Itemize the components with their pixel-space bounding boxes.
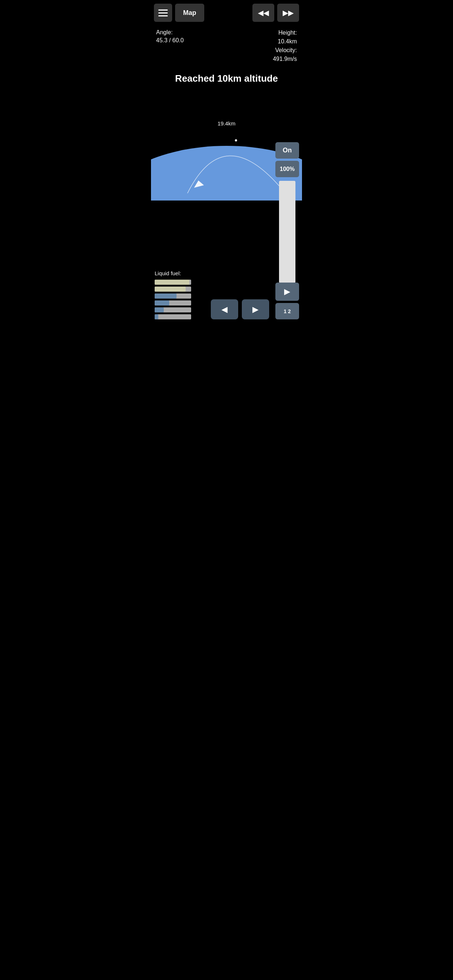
fuel-bar-row-5 bbox=[155, 307, 191, 312]
nav-forward-icon: ▶ bbox=[252, 305, 258, 314]
fuel-bar-bg-5 bbox=[155, 307, 191, 312]
nav-buttons: ◀ ▶ bbox=[211, 299, 269, 320]
fuel-bar-fill-2 bbox=[155, 286, 186, 292]
velocity-value: 491.9m/s bbox=[273, 55, 297, 64]
stats-right: Height: 10.4km Velocity: 491.9m/s bbox=[273, 29, 297, 64]
menu-line-3 bbox=[158, 15, 168, 16]
fuel-label: Liquid fuel: bbox=[155, 270, 191, 276]
fuel-bar-row-2 bbox=[155, 286, 191, 292]
top-left-buttons: Map bbox=[154, 4, 204, 22]
menu-line-2 bbox=[158, 13, 168, 13]
height-label: Height: bbox=[273, 29, 297, 37]
top-right-buttons: ◀◀ ▶▶ bbox=[252, 4, 299, 22]
height-value: 10.4km bbox=[273, 37, 297, 46]
rewind-icon: ◀◀ bbox=[258, 8, 269, 17]
throttle-handle bbox=[279, 181, 295, 283]
bottom-controls: Liquid fuel: bbox=[151, 270, 273, 320]
rewind-button[interactable]: ◀◀ bbox=[252, 4, 274, 22]
fuel-bars: Liquid fuel: bbox=[155, 270, 191, 320]
stats-left: Angle: 45.3 / 60.0 bbox=[156, 29, 184, 45]
fuel-bar-row-3 bbox=[155, 293, 191, 299]
throttle-percent-button[interactable]: 100% bbox=[275, 161, 299, 177]
right-bottom-controls: ▶ 1 2 bbox=[275, 283, 299, 320]
stages-label: 1 2 bbox=[284, 309, 291, 314]
fast-forward-button[interactable]: ▶▶ bbox=[277, 4, 299, 22]
altitude-label: 19.4km bbox=[217, 120, 235, 127]
play-button[interactable]: ▶ bbox=[275, 283, 299, 301]
throttle-slider[interactable] bbox=[279, 181, 295, 283]
fast-forward-icon: ▶▶ bbox=[283, 8, 293, 17]
fuel-bar-fill-1 bbox=[155, 280, 189, 285]
fuel-bar-bg-1 bbox=[155, 280, 191, 285]
velocity-label: Velocity: bbox=[273, 46, 297, 55]
svg-point-2 bbox=[235, 139, 237, 142]
fuel-bar-fill-4 bbox=[155, 301, 169, 305]
nav-forward-button[interactable]: ▶ bbox=[242, 299, 269, 320]
nav-rewind-icon: ◀ bbox=[222, 305, 228, 314]
fuel-bar-row-4 bbox=[155, 301, 191, 305]
right-controls: On 100% bbox=[275, 142, 299, 283]
fuel-bar-bg-6 bbox=[155, 314, 191, 320]
fuel-bar-row-1 bbox=[155, 280, 191, 285]
fuel-bar-row-6 bbox=[155, 314, 191, 320]
fuel-bar-bg-2 bbox=[155, 286, 191, 292]
angle-value: 45.3 / 60.0 bbox=[156, 37, 184, 45]
map-button[interactable]: Map bbox=[175, 4, 204, 22]
fuel-bar-fill-3 bbox=[155, 293, 177, 299]
stages-button[interactable]: 1 2 bbox=[275, 303, 299, 320]
fuel-bar-bg-3 bbox=[155, 293, 191, 299]
fuel-bar-bg-4 bbox=[155, 301, 191, 305]
fuel-bar-fill-6 bbox=[155, 314, 158, 320]
nav-rewind-button[interactable]: ◀ bbox=[211, 299, 238, 320]
fuel-bar-fill-5 bbox=[155, 307, 164, 312]
svg-marker-1 bbox=[194, 180, 204, 188]
menu-line-1 bbox=[158, 10, 168, 11]
top-bar: Map ◀◀ ▶▶ bbox=[151, 0, 302, 25]
center-message: Reached 10km altitude bbox=[151, 73, 302, 84]
play-icon: ▶ bbox=[284, 287, 290, 296]
engine-on-button[interactable]: On bbox=[275, 142, 299, 159]
angle-label: Angle: bbox=[156, 29, 184, 37]
menu-button[interactable] bbox=[154, 4, 172, 22]
